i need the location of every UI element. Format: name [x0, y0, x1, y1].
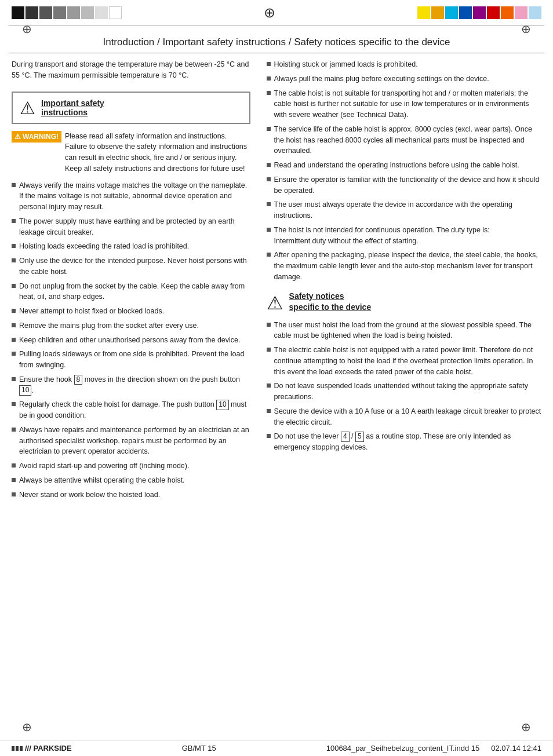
list-item: Never stand or work below the hoisted lo…: [12, 490, 250, 501]
reference-box: 5: [355, 432, 364, 442]
safety-notices-bullets: The user must hoist the load from the gr…: [267, 320, 541, 453]
bullet-text: Pulling loads sideways or from one side …: [19, 349, 250, 371]
bullet-text: The cable hoist is not suitable for tran…: [274, 88, 541, 120]
bullet-icon: [12, 377, 16, 381]
bullet-text: Remove the mains plug from the socket af…: [19, 320, 199, 331]
swatch-cyan: [445, 6, 458, 19]
bullet-icon: [12, 428, 16, 432]
reference-box: 10: [216, 400, 228, 410]
reference-box: 10: [19, 385, 31, 396]
bullet-text: Hoisting loads exceeding the rated load …: [19, 241, 189, 252]
bullet-icon: [267, 228, 271, 232]
list-item: Hoisting loads exceeding the rated load …: [12, 241, 250, 252]
bullet-icon: [12, 244, 16, 248]
bullet-text: Do not unplug from the socket by the cab…: [19, 281, 250, 303]
bullet-icon: [12, 309, 16, 313]
corner-mark-bl: ⊕: [22, 720, 32, 734]
swatch-pale: [95, 6, 108, 19]
list-item: Do not leave suspended loads unattended …: [267, 381, 541, 403]
bullet-icon: [12, 402, 16, 406]
list-item: Read and understand the operating instru…: [267, 160, 541, 171]
bullet-text: Only use the device for the intended pur…: [19, 255, 250, 277]
list-item: Secure the device with a 10 A fuse or a …: [267, 406, 541, 428]
list-item: Ensure the hook 8 moves in the direction…: [12, 374, 250, 396]
bullet-text: The electric cable hoist is not equipped…: [274, 345, 541, 377]
swatch-purple: [473, 6, 486, 19]
color-swatches: [417, 6, 541, 19]
swatch-pink: [515, 6, 527, 19]
bullet-icon: [267, 91, 271, 95]
bullet-icon: [12, 219, 16, 223]
timestamp: 02.07.14 12:41: [491, 744, 541, 753]
bullet-text: Read and understand the operating instru…: [274, 160, 519, 171]
bullet-text: Always verify the mains voltage matches …: [19, 180, 250, 213]
list-item: Do not use the lever 4 / 5 as a routine …: [267, 431, 541, 453]
bullet-icon: [267, 384, 271, 388]
bullet-icon: [12, 183, 16, 187]
bullet-text: Ensure the operator is familiar with the…: [274, 174, 541, 196]
swatch-gray: [53, 6, 66, 19]
bullet-text: Hoisting stuck or jammed loads is prohib…: [274, 59, 418, 70]
list-item: Regularly check the cable hoist for dama…: [12, 399, 250, 421]
list-item: Remove the mains plug from the socket af…: [12, 320, 250, 331]
bullet-icon: [12, 284, 16, 288]
bullet-icon: [267, 127, 271, 131]
swatch-yellow: [417, 6, 430, 19]
logo-mark: [12, 746, 23, 751]
safety-bullets-left: Always verify the mains voltage matches …: [12, 180, 250, 501]
top-rule: [9, 25, 544, 26]
bullet-text: The user must hoist the load from the gr…: [274, 320, 541, 342]
bullet-icon: [12, 323, 16, 327]
corner-mark-tl: ⊕: [22, 22, 32, 36]
list-item: The cable hoist is not suitable for tran…: [267, 88, 541, 120]
bullet-icon: [267, 253, 271, 257]
corner-mark-tr: ⊕: [521, 22, 531, 36]
list-item: The electric cable hoist is not equipped…: [267, 345, 541, 377]
warning-triangle-icon: ⚠: [20, 100, 35, 117]
bullet-text: Do not use the lever 4 / 5 as a routine …: [274, 431, 541, 453]
list-item: Ensure the operator is familiar with the…: [267, 174, 541, 196]
reference-box: 8: [74, 375, 83, 385]
list-item: The service life of the cable hoist is a…: [267, 124, 541, 156]
bullet-icon: [12, 258, 16, 262]
bullet-text: Always have repairs and maintenance perf…: [19, 425, 250, 457]
bullet-text: Do not leave suspended loads unattended …: [274, 381, 541, 403]
bullet-icon: [12, 492, 16, 496]
warning-text: Please read all safety information and i…: [65, 131, 250, 174]
bottom-bar: /// PARKSIDE GB/MT 15 100684_par_Seilheb…: [0, 740, 553, 756]
bullet-text: The power supply must have earthing and …: [19, 216, 250, 238]
bullet-icon: [267, 409, 271, 413]
safety-notices-title: Safety notices specific to the device: [289, 291, 372, 313]
left-column: During transport and storage the tempera…: [12, 59, 261, 503]
bullet-text: After opening the packaging, please insp…: [274, 250, 541, 282]
page-info: GB/MT 15: [182, 744, 216, 753]
bullet-text: Never attempt to hoist fixed or blocked …: [19, 306, 164, 317]
bullet-icon: [12, 478, 16, 482]
swatch-blue: [459, 6, 472, 19]
bullet-text: Always pull the mains plug before execut…: [274, 74, 489, 85]
bullet-icon: [267, 348, 271, 352]
safety-notices-heading: Safety notices specific to the device: [289, 291, 372, 313]
bullet-icon: [267, 323, 271, 327]
logo-bar3: [20, 746, 23, 751]
bullet-text: The hoist is not intended for continuous…: [274, 225, 490, 247]
list-item: The power supply must have earthing and …: [12, 216, 250, 238]
bullet-text: Avoid rapid start-up and powering off (i…: [19, 461, 189, 472]
page-heading: Introduction / Important safety instruct…: [9, 28, 544, 53]
list-item: Hoisting stuck or jammed loads is prohib…: [267, 59, 541, 70]
list-item: Always have repairs and maintenance perf…: [12, 425, 250, 457]
bullet-icon: [12, 338, 16, 342]
crosshair-top: ⊕: [128, 5, 412, 21]
swatch-medgray: [39, 6, 52, 19]
list-item: Never attempt to hoist fixed or blocked …: [12, 306, 250, 317]
bullet-icon: [267, 434, 271, 438]
logo-bar2: [16, 746, 19, 751]
bullet-text: Never stand or work below the hoisted lo…: [19, 490, 160, 501]
bullet-text: Always be attentive whilst operating the…: [19, 475, 185, 486]
grayscale-swatches: [12, 6, 122, 19]
logo-text: /// PARKSIDE: [25, 744, 72, 753]
safety-title: Important safety instructions: [41, 98, 104, 117]
bullet-text: The user must always operate the device …: [274, 199, 541, 221]
file-metadata: 100684_par_Seilhebelzug_content_IT.indd …: [326, 744, 541, 753]
list-item: The user must hoist the load from the gr…: [267, 320, 541, 342]
